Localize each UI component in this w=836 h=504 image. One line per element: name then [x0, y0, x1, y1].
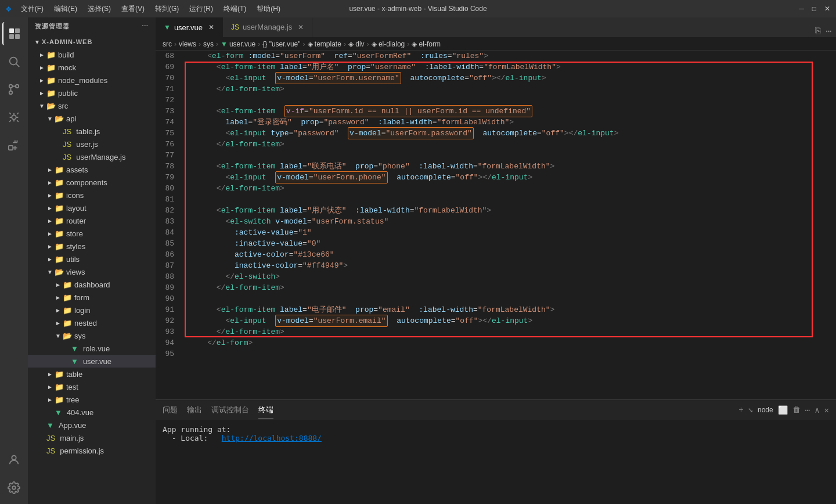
tree-item-role-vue[interactable]: ▼ role.vue [28, 342, 156, 355]
panel-more-icon[interactable]: ⋯ [805, 405, 810, 415]
tree-item-src[interactable]: ▼ 📂 src [28, 99, 156, 112]
tree-item-api[interactable]: ▼ 📂 api [28, 112, 156, 125]
tree-item-views[interactable]: ▼ 📂 views [28, 265, 156, 278]
tab-close-icon[interactable]: ✕ [208, 23, 214, 31]
tab-user-vue[interactable]: ▼ user.vue ✕ [156, 17, 223, 37]
folder-icon: 📁 [46, 63, 56, 72]
code-line-85: :inactive-value="0" [189, 238, 836, 249]
breadcrumb-sys[interactable]: sys [203, 40, 214, 48]
line-num-81: 81 [156, 194, 179, 205]
tree-item-utils[interactable]: ► 📁 utils [28, 253, 156, 265]
tree-item-table-js[interactable]: JS table.js [28, 125, 156, 138]
folder-open-icon: 📂 [46, 102, 56, 110]
tree-item-icons[interactable]: ► 📁 icons [28, 189, 156, 201]
tree-item-dashboard[interactable]: ► 📁 dashboard [28, 278, 156, 291]
tree-item-user-js[interactable]: JS user.js [28, 138, 156, 150]
sidebar-more-icon[interactable]: ⋯ [142, 23, 149, 30]
line-numbers: 68 69 70 71 72 73 74 75 76 77 78 79 80 8… [156, 51, 185, 399]
minimize-button[interactable]: ─ [799, 5, 804, 13]
menu-bar: 文件(F) 编辑(E) 选择(S) 查看(V) 转到(G) 运行(R) 终端(T… [16, 2, 285, 16]
tree-item-table[interactable]: ► 📁 table [28, 368, 156, 380]
activity-settings[interactable] [2, 476, 26, 499]
tree-label: role.vue [83, 344, 110, 353]
panel-tab-debug[interactable]: 调试控制台 [211, 401, 249, 419]
panel-tab-output[interactable]: 输出 [187, 401, 202, 419]
code-line-71: </el-form-item> [189, 84, 836, 95]
tree-item-nested[interactable]: ► 📁 nested [28, 316, 156, 329]
breadcrumb-div[interactable]: ◈ div [348, 40, 365, 48]
svg-rect-2 [9, 34, 14, 39]
menu-view[interactable]: 查看(V) [117, 2, 149, 16]
tab-usermanage-js[interactable]: JS userManage.js ✕ [223, 17, 312, 37]
tree-item-public[interactable]: ► 📁 public [28, 87, 156, 99]
breadcrumb-obj[interactable]: {} "user.vue" [262, 40, 300, 48]
panel-layout-icon[interactable]: ⬜ [778, 405, 788, 415]
tree-item-user-vue[interactable]: ▼ user.vue [28, 355, 156, 368]
menu-edit[interactable]: 编辑(E) [49, 2, 82, 16]
maximize-button[interactable]: □ [812, 5, 816, 13]
menu-terminal[interactable]: 终端(T) [219, 2, 251, 16]
panel-add-icon[interactable]: + [738, 405, 743, 415]
breadcrumb-template[interactable]: ◈ template [308, 40, 341, 48]
tree-item-components[interactable]: ► 📁 components [28, 176, 156, 189]
tree-item-usermanage-js[interactable]: JS userManage.js [28, 150, 156, 163]
tree-label: build [58, 51, 74, 59]
tree-item-store[interactable]: ► 📁 store [28, 227, 156, 240]
activity-extensions[interactable] [2, 134, 26, 157]
activity-account[interactable] [2, 448, 26, 471]
folder-icon: 📁 [55, 242, 64, 251]
tree-item-layout[interactable]: ► 📁 layout [28, 201, 156, 214]
activity-debug[interactable] [2, 106, 26, 129]
code-area[interactable]: <el-form :model="userForm" ref="userForm… [185, 51, 836, 399]
tree-item-form[interactable]: ► 📁 form [28, 291, 156, 304]
tree-item-tree[interactable]: ► 📁 tree [28, 393, 156, 406]
breadcrumb-src[interactable]: src [163, 40, 172, 48]
panel-close-icon[interactable]: ✕ [824, 405, 829, 415]
folder-icon: 📁 [55, 383, 64, 391]
tree-label: api [66, 114, 76, 123]
menu-help[interactable]: 帮助(H) [252, 2, 285, 16]
breadcrumb-dialog[interactable]: ◈ el-dialog [372, 40, 405, 48]
panel-chevron-up-icon[interactable]: ∧ [815, 405, 819, 415]
breadcrumb-file[interactable]: ▼ user.vue [221, 40, 255, 48]
tree-label: tree [66, 395, 79, 404]
tree-item-sys[interactable]: ▼ 📂 sys [28, 329, 156, 342]
tabs-bar: ▼ user.vue ✕ JS userManage.js ✕ ⎘ ⋯ [156, 17, 836, 38]
svg-point-9 [12, 115, 16, 119]
tree-item-permission-js[interactable]: JS permission.js [28, 444, 156, 457]
split-editor-icon[interactable]: ⎘ [815, 26, 821, 37]
panel-tab-terminal[interactable]: 终端 [258, 401, 273, 419]
tab-close-icon[interactable]: ✕ [298, 23, 304, 31]
tree-item-mock[interactable]: ► 📁 mock [28, 61, 156, 74]
menu-goto[interactable]: 转到(G) [150, 2, 183, 16]
menu-file[interactable]: 文件(F) [16, 2, 48, 16]
more-actions-icon[interactable]: ⋯ [826, 26, 831, 37]
tree-item-test[interactable]: ► 📁 test [28, 380, 156, 393]
tree-item-main-js[interactable]: JS main.js [28, 431, 156, 444]
tree-item-styles[interactable]: ► 📁 styles [28, 240, 156, 253]
activity-explorer[interactable] [2, 22, 26, 45]
panel-trash-icon[interactable]: 🗑 [792, 405, 801, 415]
code-line-73: <el-form-item v-if="userForm.id == null … [189, 106, 836, 117]
breadcrumb-form[interactable]: ◈ el-form [412, 40, 441, 48]
folder-icon: 📁 [46, 76, 56, 85]
menu-select[interactable]: 选择(S) [83, 2, 116, 16]
tree-item-assets[interactable]: ► 📁 assets [28, 163, 156, 176]
tree-root[interactable]: ▼ X-ADMIN-WEB [28, 35, 156, 48]
tree-item-app-vue[interactable]: ▼ App.vue [28, 419, 156, 431]
close-button[interactable]: ✕ [824, 5, 830, 13]
tree-item-404-vue[interactable]: ▼ 404.vue [28, 406, 156, 419]
activity-source-control[interactable] [2, 78, 26, 101]
breadcrumb-views[interactable]: views [179, 40, 196, 48]
tree-item-build[interactable]: ► 📁 build [28, 48, 156, 61]
tree-item-login[interactable]: ► 📁 login [28, 304, 156, 316]
terminal-link[interactable]: http://localhost:8888/ [222, 434, 322, 442]
tree-item-router[interactable]: ► 📁 router [28, 214, 156, 227]
panel-tab-problems[interactable]: 问题 [163, 401, 178, 419]
folder-icon: 📁 [55, 178, 64, 187]
terminal-line-1: App running at: [163, 425, 829, 434]
tree-item-node-modules[interactable]: ► 📁 node_modules [28, 74, 156, 87]
activity-search[interactable] [2, 50, 26, 73]
menu-run[interactable]: 运行(R) [185, 2, 218, 16]
panel-split-icon[interactable]: ➘ [748, 405, 753, 415]
